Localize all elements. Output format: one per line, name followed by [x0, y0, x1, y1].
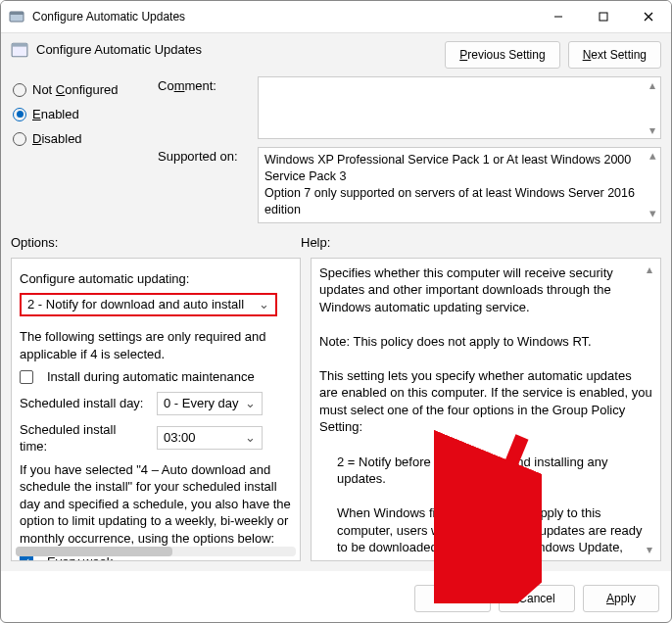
scroll-up-icon[interactable]: [647, 150, 658, 162]
following-settings-text: The following settings are only required…: [20, 328, 292, 362]
svg-rect-3: [600, 13, 607, 21]
cancel-button[interactable]: Cancel: [499, 585, 575, 612]
options-horizontal-scrollbar[interactable]: [16, 547, 296, 556]
apply-button[interactable]: Apply: [583, 585, 659, 612]
app-icon: [9, 9, 24, 24]
minimize-button[interactable]: [536, 1, 581, 32]
maximize-button[interactable]: [581, 1, 626, 32]
radio-enabled[interactable]: Enabled: [13, 107, 140, 121]
scroll-up-icon[interactable]: [647, 263, 652, 276]
install-time-dropdown[interactable]: 03:00 ⌄: [157, 426, 263, 450]
radio-disabled[interactable]: Disabled: [13, 131, 140, 146]
scroll-up-icon[interactable]: [647, 79, 658, 91]
chevron-down-icon: ⌄: [259, 296, 269, 313]
scroll-down-icon[interactable]: [647, 543, 652, 556]
supported-on-label: Supported on:: [158, 147, 252, 164]
svg-rect-7: [12, 43, 27, 46]
help-paragraph: 2 = Notify before downloading and instal…: [319, 454, 652, 488]
close-button[interactable]: [626, 1, 671, 32]
install-day-dropdown[interactable]: 0 - Every day ⌄: [157, 392, 263, 415]
comment-label: Comment:: [158, 76, 252, 93]
scroll-down-icon[interactable]: [647, 209, 658, 220]
configure-updating-dropdown[interactable]: 2 - Notify for download and auto install…: [20, 293, 277, 316]
next-setting-button[interactable]: Next Setting: [568, 41, 661, 69]
radio-not-configured[interactable]: Not Configured: [13, 82, 140, 97]
help-paragraph: When Windows finds updates that apply to…: [319, 504, 652, 559]
install-maintenance-checkbox[interactable]: Install during automatic maintenance: [20, 368, 292, 386]
previous-setting-button[interactable]: Previous Setting: [445, 41, 559, 69]
configure-updating-label: Configure automatic updating:: [20, 270, 292, 288]
title-bar: Configure Automatic Updates: [1, 1, 671, 32]
policy-icon: [11, 41, 28, 59]
ok-button[interactable]: OK: [414, 585, 491, 612]
help-section-label: Help:: [301, 235, 330, 250]
help-paragraph: This setting lets you specify whether au…: [319, 367, 652, 436]
supported-on-text: Windows XP Professional Service Pack 1 o…: [258, 147, 661, 223]
window-title: Configure Automatic Updates: [32, 10, 536, 24]
install-time-label: Scheduled install time:: [20, 421, 147, 455]
chevron-down-icon: ⌄: [245, 395, 256, 412]
dialog-footer: OK Cancel Apply: [414, 585, 659, 612]
policy-title: Configure Automatic Updates: [36, 41, 437, 57]
help-paragraph: Specifies whether this computer will rec…: [319, 264, 652, 316]
chevron-down-icon: ⌄: [245, 429, 256, 447]
install-day-label: Scheduled install day:: [20, 395, 147, 412]
options-panel: Configure automatic updating: 2 - Notify…: [11, 258, 301, 561]
comment-textarea[interactable]: [258, 76, 661, 139]
scroll-down-icon[interactable]: [647, 124, 658, 136]
help-paragraph: Note: This policy does not apply to Wind…: [319, 333, 652, 351]
help-panel: Specifies whether this computer will rec…: [311, 258, 661, 561]
options-section-label: Options:: [11, 235, 301, 250]
auto-download-text: If you have selected "4 – Auto download …: [20, 461, 292, 548]
svg-rect-1: [10, 12, 24, 15]
